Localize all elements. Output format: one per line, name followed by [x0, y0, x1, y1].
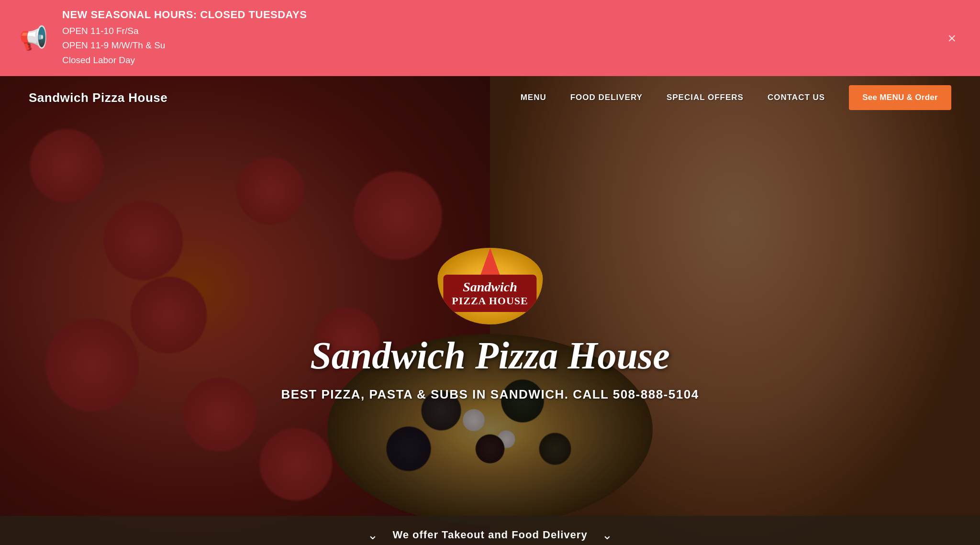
hero-section: Sandwich Pizza House MENU FOOD DELIVERY …	[0, 76, 980, 545]
hero-subtitle: BEST PIZZA, PASTA & SUBS IN SANDWICH. CA…	[281, 387, 699, 402]
bottom-bar: ⌄ We offer Takeout and Food Delivery ⌄	[0, 516, 980, 545]
hero-content: Sandwich PIZZA HOUSE Sandwich Pizza Hous…	[281, 248, 699, 402]
announcement-headline: NEW SEASONAL HOURS: CLOSED TUESDAYS	[62, 9, 307, 21]
announcement-line1: OPEN 11-10 Fr/Sa	[62, 24, 307, 38]
logo-badge: Sandwich PIZZA HOUSE	[437, 248, 543, 324]
nav-link-menu[interactable]: MENU	[521, 93, 546, 102]
logo-circle: Sandwich PIZZA HOUSE	[437, 248, 543, 324]
nav-link-special-offers[interactable]: SPECIAL OFFERS	[667, 93, 744, 102]
megaphone-icon: 📢	[19, 25, 48, 52]
announcement-line3: Closed Labor Day	[62, 53, 307, 67]
nav-link-food-delivery[interactable]: FOOD DELIVERY	[570, 93, 643, 102]
announcement-text: NEW SEASONAL HOURS: CLOSED TUESDAYS OPEN…	[62, 9, 307, 67]
close-button[interactable]: ×	[947, 30, 956, 46]
nav-link-contact-us[interactable]: CONTACT US	[768, 93, 825, 102]
bottom-bar-text: We offer Takeout and Food Delivery	[392, 529, 587, 541]
chevron-down-left-icon[interactable]: ⌄	[368, 528, 378, 543]
announcement-line2: OPEN 11-9 M/W/Th & Su	[62, 38, 307, 53]
see-menu-order-button[interactable]: See MENU & Order	[849, 85, 951, 110]
nav-brand: Sandwich Pizza House	[29, 90, 167, 105]
logo-pizza-text: PIZZA HOUSE	[452, 295, 528, 307]
hero-title: Sandwich Pizza House	[281, 334, 699, 378]
nav-links: MENU FOOD DELIVERY SPECIAL OFFERS CONTAC…	[521, 85, 951, 110]
logo-text-box: Sandwich PIZZA HOUSE	[443, 275, 537, 312]
chevron-down-right-icon[interactable]: ⌄	[602, 528, 612, 543]
navbar: Sandwich Pizza House MENU FOOD DELIVERY …	[0, 76, 980, 119]
logo-sandwich-text: Sandwich	[452, 279, 528, 295]
announcement-banner: 📢 NEW SEASONAL HOURS: CLOSED TUESDAYS OP…	[0, 0, 980, 76]
